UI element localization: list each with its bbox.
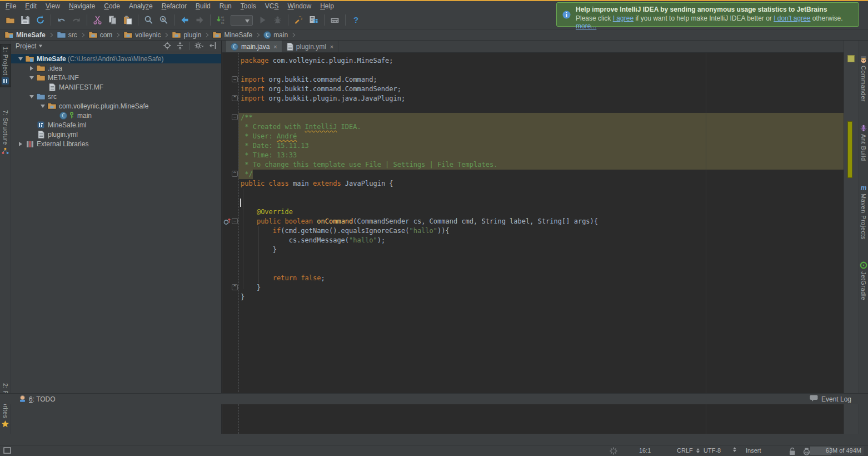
synchronize-icon: [36, 16, 45, 24]
menu-refactor[interactable]: Refactor: [157, 2, 191, 11]
i-dont-agree-link[interactable]: I don't agree: [774, 14, 810, 22]
menu-code[interactable]: Code: [99, 2, 124, 11]
tree-collapsed-arrow-icon[interactable]: [30, 66, 33, 71]
fold-region-end-icon[interactable]: ^: [232, 171, 238, 177]
updown-icon[interactable]: [731, 447, 736, 452]
fold-region-end-icon[interactable]: ^: [232, 284, 238, 290]
i-agree-link[interactable]: I agree: [613, 14, 633, 22]
tree-node-minesafe-iml[interactable]: MineSafe.iml: [11, 120, 221, 130]
fold-region-open-icon[interactable]: −: [232, 76, 238, 82]
breadcrumb-main[interactable]: Cmain: [263, 31, 288, 39]
breadcrumb-minesafe[interactable]: MineSafe: [4, 31, 46, 39]
undo-icon: [57, 16, 66, 24]
project-panel-title[interactable]: Project: [16, 42, 36, 50]
tree-expanded-arrow-icon[interactable]: [29, 76, 34, 80]
tree-node-external-libraries[interactable]: External Libraries: [11, 139, 221, 148]
save-all-button[interactable]: [18, 13, 33, 27]
tree-node-meta-inf[interactable]: META-INF: [11, 73, 221, 82]
back-button[interactable]: [177, 13, 192, 27]
menu-help[interactable]: Help: [316, 2, 338, 11]
tree-node--idea[interactable]: .idea: [11, 63, 221, 73]
paste-button[interactable]: [120, 13, 135, 27]
find-button[interactable]: [141, 13, 156, 27]
memory-indicator[interactable]: 63M of 494M: [810, 447, 864, 455]
menu-file[interactable]: File: [1, 2, 21, 11]
toolwindow-button--project[interactable]: 1: Project: [0, 44, 11, 87]
tree-node-manifest-mf[interactable]: MANIFEST.MF: [11, 82, 221, 92]
menu-window[interactable]: Window: [283, 2, 316, 11]
export-keymap-button[interactable]: [327, 13, 342, 27]
project-structure-button[interactable]: [306, 13, 321, 27]
fold-region-end-icon[interactable]: ^: [232, 95, 238, 101]
code-editor[interactable]: −^−^−^ package com.volleynic.plugin.Mine…: [222, 53, 844, 434]
debug-button[interactable]: [270, 13, 285, 27]
menu-tools[interactable]: Tools: [236, 2, 261, 11]
menu-build[interactable]: Build: [191, 2, 215, 11]
breadcrumb-com[interactable]: com: [88, 31, 113, 39]
toolwindow-button-maven-projects[interactable]: mMaven Projects: [859, 181, 868, 242]
close-tab-icon[interactable]: ×: [330, 43, 333, 50]
fold-region-open-icon[interactable]: −: [232, 114, 238, 120]
toolwindow-button-ant-build[interactable]: Ant Build: [859, 121, 868, 164]
more-link[interactable]: more...: [576, 22, 596, 30]
stripe-selection-marker[interactable]: [847, 121, 852, 178]
replace-button[interactable]: A: [156, 13, 171, 27]
tree-expanded-arrow-icon[interactable]: [41, 105, 45, 108]
tree-node-main[interactable]: Cmain: [11, 111, 221, 120]
line-separator-widget[interactable]: CRLF: [677, 447, 700, 454]
toolwindow-button--structure[interactable]: 7: Structure: [0, 107, 11, 157]
help-button[interactable]: ?: [348, 13, 363, 27]
menu-edit[interactable]: Edit: [21, 2, 41, 11]
menu-navigate[interactable]: Navigate: [64, 2, 99, 11]
insert-mode-widget[interactable]: Insert: [746, 447, 761, 454]
editor-tab-main-java[interactable]: Cmain.java×: [226, 41, 282, 52]
collapse-all-icon[interactable]: [176, 42, 184, 51]
breadcrumb-src[interactable]: src: [57, 31, 77, 39]
tree-node-com-volleynic-plugin-minesafe[interactable]: com.volleynic.plugin.MineSafe: [11, 101, 221, 111]
tree-node-plugin-yml[interactable]: plugin.yml: [11, 130, 221, 139]
menu-run[interactable]: Run: [215, 2, 236, 11]
breadcrumb-volleynic[interactable]: volleynic: [123, 31, 161, 39]
toolwindow-button-commander[interactable]: Commander: [859, 53, 868, 105]
tree-expanded-arrow-icon[interactable]: [18, 57, 23, 61]
breadcrumb-minesafe[interactable]: MineSafe: [212, 31, 252, 39]
settings-button[interactable]: [291, 13, 306, 27]
open-file-button[interactable]: [3, 13, 18, 27]
menu-view[interactable]: View: [41, 2, 64, 11]
synchronize-button[interactable]: [33, 13, 48, 27]
encoding-widget[interactable]: UTF-8: [704, 447, 721, 454]
menu-analyze[interactable]: Analyze: [124, 2, 157, 11]
inspection-status-indicator[interactable]: [847, 55, 855, 62]
fold-region-open-icon[interactable]: −: [232, 218, 238, 224]
tree-expanded-arrow-icon[interactable]: [29, 95, 34, 98]
update-project-button[interactable]: 011001: [213, 13, 228, 27]
tree-node-src[interactable]: src: [11, 92, 221, 101]
forward-button[interactable]: [192, 13, 207, 27]
copy-button[interactable]: [105, 13, 120, 27]
run-configuration-combo[interactable]: [231, 15, 253, 26]
tree-node-minesafe[interactable]: MineSafe (C:\Users\André\Java\MineSafe): [11, 54, 221, 63]
undo-button[interactable]: [54, 13, 69, 27]
caret-position-widget[interactable]: 16:1: [639, 447, 651, 454]
editor-error-stripe[interactable]: [844, 41, 859, 434]
event-log-button[interactable]: Event Log: [810, 395, 851, 404]
cut-button[interactable]: [90, 13, 105, 27]
hector-inspector-icon[interactable]: [802, 447, 811, 455]
locate-icon[interactable]: [163, 42, 171, 51]
breadcrumb-plugin[interactable]: plugin: [172, 31, 201, 39]
tree-collapsed-arrow-icon[interactable]: [19, 142, 22, 146]
overrides-method-gutter-icon[interactable]: [223, 217, 231, 229]
run-button[interactable]: [255, 13, 270, 27]
toolwindow-toggle-icon[interactable]: [3, 447, 12, 454]
redo-button[interactable]: [69, 13, 84, 27]
close-tab-icon[interactable]: ×: [273, 43, 277, 50]
toolwindow-button-jetgradle[interactable]: JetGradle: [859, 259, 868, 303]
lock-icon[interactable]: [789, 447, 796, 455]
gear-icon[interactable]: [194, 42, 204, 51]
menu-vcs[interactable]: VCS: [261, 2, 283, 11]
toolwindow-button--favorites[interactable]: 2: Favorites: [0, 380, 11, 430]
editor-tab-plugin-yml[interactable]: plugin.yml×: [282, 41, 338, 52]
todo-toolwindow-button[interactable]: 6: TODO: [19, 395, 56, 404]
hide-panel-icon[interactable]: [209, 42, 217, 51]
chevron-down-icon[interactable]: [39, 45, 42, 48]
